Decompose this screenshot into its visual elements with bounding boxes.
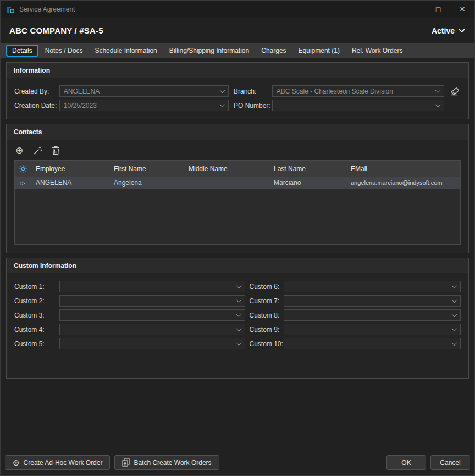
batch-create-work-orders-button[interactable]: Batch Create Work Orders	[114, 455, 219, 470]
circle-plus-icon: ⊕	[13, 458, 20, 467]
chevron-down-icon	[220, 87, 225, 93]
column-header-email[interactable]: EMail	[346, 161, 460, 177]
cell-middle-name	[184, 177, 269, 189]
cancel-button[interactable]: Cancel	[430, 455, 470, 470]
created-by-label: Created By:	[14, 87, 59, 95]
cell-last-name: Marciano	[269, 177, 346, 189]
status-value: Active	[432, 26, 455, 35]
ok-button[interactable]: OK	[386, 455, 426, 470]
custom-7-label: Custom 7:	[249, 297, 284, 305]
create-adhoc-work-order-button[interactable]: ⊕ Create Ad-Hoc Work Order	[5, 455, 110, 470]
po-number-dropdown[interactable]	[272, 100, 444, 111]
column-header-first-name[interactable]: First Name	[109, 161, 184, 177]
cell-email: angelena.marciano@indysoft.com	[346, 177, 460, 189]
cell-employee: ANGELENA	[31, 177, 109, 189]
contacts-group: Contacts ⊕	[6, 124, 469, 253]
custom-6-dropdown[interactable]	[284, 281, 461, 292]
magic-wand-icon[interactable]	[32, 145, 42, 155]
chevron-down-icon	[220, 102, 225, 107]
tab-billing-shipping-information[interactable]: Billing/Shipping Information	[164, 45, 255, 57]
close-button[interactable]: ×	[450, 1, 474, 18]
created-by-value: ANGELENA	[64, 87, 220, 95]
chevron-down-icon	[452, 283, 457, 288]
tab-schedule-information[interactable]: Schedule Information	[89, 45, 162, 57]
custom-3-label: Custom 3:	[14, 311, 59, 319]
creation-date-dropdown[interactable]: 10/25/2023	[59, 100, 229, 111]
cancel-label: Cancel	[440, 459, 460, 467]
po-number-label: PO Number:	[234, 102, 272, 110]
tab-details[interactable]: Details	[6, 45, 38, 57]
tab-notes-docs[interactable]: Notes / Docs	[40, 45, 89, 57]
row-indicator-column-header[interactable]	[15, 161, 31, 177]
chevron-down-icon	[452, 311, 457, 317]
create-adhoc-work-order-label: Create Ad-Hoc Work Order	[24, 459, 103, 467]
column-header-employee[interactable]: Employee	[31, 161, 109, 177]
custom-9-label: Custom 9:	[249, 326, 284, 333]
delete-contact-icon[interactable]	[51, 145, 60, 155]
contacts-table-empty-area	[15, 189, 460, 244]
column-header-middle-name[interactable]: Middle Name	[184, 161, 269, 177]
custom-8-label: Custom 8:	[249, 311, 284, 319]
record-header: ABC COMPANY / #SA-5 Active	[1, 18, 474, 43]
tab-bar: Details Notes / Docs Schedule Informatio…	[1, 43, 474, 58]
add-contact-button[interactable]: ⊕	[14, 145, 24, 155]
app-logo-icon	[6, 5, 15, 14]
custom-2-dropdown[interactable]	[59, 295, 246, 307]
circle-plus-icon: ⊕	[15, 145, 23, 156]
contacts-toolbar: ⊕	[7, 140, 468, 160]
custom-10-label: Custom 10:	[249, 340, 284, 348]
creation-date-label: Creation Date:	[14, 102, 59, 110]
creation-date-value: 10/25/2023	[64, 102, 220, 110]
custom-2-label: Custom 2:	[14, 297, 59, 305]
chevron-down-icon	[236, 283, 242, 288]
custom-9-dropdown[interactable]	[284, 324, 461, 335]
branch-label: Branch:	[234, 87, 272, 95]
information-group-title: Information	[7, 63, 468, 78]
branch-dropdown[interactable]: ABC Scale - Charlesteon Scale Division	[272, 85, 444, 97]
sun-icon	[19, 165, 27, 173]
custom-7-dropdown[interactable]	[284, 295, 461, 307]
minimize-button[interactable]: –	[402, 1, 426, 18]
eraser-icon[interactable]	[449, 86, 461, 96]
column-header-last-name[interactable]: Last Name	[269, 161, 346, 177]
custom-10-dropdown[interactable]	[284, 338, 461, 349]
window-title: Service Agreement	[19, 6, 75, 13]
custom-8-dropdown[interactable]	[284, 309, 461, 321]
chevron-down-icon	[236, 326, 242, 331]
custom-information-group: Custom Information Custom 1: Custom 6: C…	[6, 258, 469, 379]
tab-equipment[interactable]: Equipment (1)	[293, 45, 345, 57]
tab-charges[interactable]: Charges	[256, 45, 291, 57]
tab-rel-work-orders[interactable]: Rel. Work Orders	[346, 45, 408, 57]
chevron-down-icon	[435, 102, 441, 107]
main-content: Information Created By: ANGELENA Branch:…	[1, 58, 474, 451]
status-dropdown[interactable]: Active	[432, 26, 466, 35]
batch-pages-icon	[122, 458, 130, 467]
created-by-dropdown[interactable]: ANGELENA	[59, 85, 229, 97]
contacts-table: Employee First Name Middle Name Last Nam…	[14, 160, 461, 245]
row-expander-icon[interactable]: ▷	[15, 177, 31, 189]
table-row[interactable]: ▷ ANGELENA Angelena Marciano angelena.ma…	[15, 177, 460, 189]
custom-1-dropdown[interactable]	[59, 281, 246, 292]
chevron-down-icon	[236, 311, 242, 317]
custom-5-label: Custom 5:	[14, 340, 59, 348]
custom-information-group-title: Custom Information	[7, 258, 468, 273]
custom-4-label: Custom 4:	[14, 326, 59, 333]
chevron-down-icon	[452, 340, 457, 346]
contacts-table-header: Employee First Name Middle Name Last Nam…	[15, 161, 460, 177]
information-group: Information Created By: ANGELENA Branch:…	[6, 62, 469, 119]
branch-value: ABC Scale - Charlesteon Scale Division	[277, 87, 436, 95]
footer-bar: ⊕ Create Ad-Hoc Work Order Batch Create …	[1, 451, 474, 475]
chevron-down-icon	[452, 326, 457, 331]
maximize-button[interactable]: □	[426, 1, 450, 18]
custom-3-dropdown[interactable]	[59, 309, 246, 321]
chevron-down-icon	[458, 28, 466, 33]
custom-4-dropdown[interactable]	[59, 324, 246, 335]
title-bar[interactable]: Service Agreement – □ ×	[1, 1, 474, 18]
contacts-group-title: Contacts	[7, 124, 468, 140]
custom-5-dropdown[interactable]	[59, 338, 246, 349]
chevron-down-icon	[435, 87, 441, 93]
cell-first-name: Angelena	[109, 177, 184, 189]
page-title: ABC COMPANY / #SA-5	[9, 26, 103, 35]
chevron-down-icon	[452, 297, 457, 303]
custom-1-label: Custom 1:	[14, 283, 59, 291]
